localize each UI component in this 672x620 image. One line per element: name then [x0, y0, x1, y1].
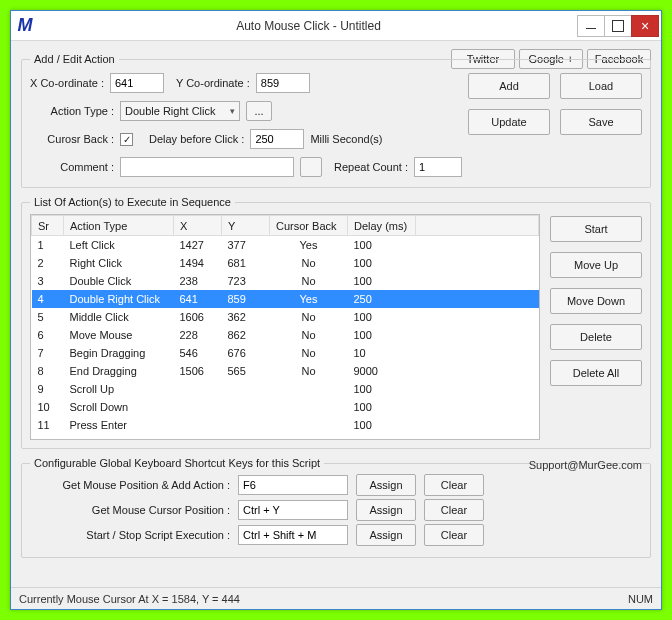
cell-sr: 10 [32, 398, 64, 416]
table-row[interactable]: 1Left Click1427377Yes100 [32, 236, 539, 254]
comment-aux-button[interactable] [300, 157, 322, 177]
col-cursor-back[interactable]: Cursor Back [270, 216, 348, 236]
cell-type: Move Mouse [64, 326, 174, 344]
cell-type: Scroll Up [64, 380, 174, 398]
move-up-button[interactable]: Move Up [550, 252, 642, 278]
cell-sr: 6 [32, 326, 64, 344]
cell-y: 723 [222, 272, 270, 290]
shortcut3-assign[interactable]: Assign [356, 524, 416, 546]
cell-type: End Dragging [64, 362, 174, 380]
table-row[interactable]: 8End Dragging1506565No9000 [32, 362, 539, 380]
cell-y: 565 [222, 362, 270, 380]
delete-all-button[interactable]: Delete All [550, 360, 642, 386]
shortcuts-legend: Configurable Global Keyboard Shortcut Ke… [30, 457, 324, 469]
cell-type: Right Click [64, 254, 174, 272]
shortcuts-group: Configurable Global Keyboard Shortcut Ke… [21, 457, 651, 558]
cell-type: Double Click [64, 272, 174, 290]
action-list-table[interactable]: Sr Action Type X Y Cursor Back Delay (ms… [30, 214, 540, 440]
cell-cb: Yes [270, 236, 348, 254]
start-button[interactable]: Start [550, 216, 642, 242]
load-button[interactable]: Load [560, 73, 642, 99]
table-row[interactable]: 9Scroll Up100 [32, 380, 539, 398]
delay-input[interactable] [250, 129, 304, 149]
cell-x [174, 380, 222, 398]
col-delay[interactable]: Delay (ms) [348, 216, 416, 236]
comment-input[interactable] [120, 157, 294, 177]
cell-cb: No [270, 326, 348, 344]
table-row[interactable]: 10Scroll Down100 [32, 398, 539, 416]
cell-y: 862 [222, 326, 270, 344]
col-y[interactable]: Y [222, 216, 270, 236]
action-type-select[interactable]: Double Right Click [120, 101, 240, 121]
x-coord-input[interactable] [110, 73, 164, 93]
cell-x: 1494 [174, 254, 222, 272]
repeat-count-input[interactable] [414, 157, 462, 177]
table-row[interactable]: 6Move Mouse228862No100 [32, 326, 539, 344]
cell-sr: 5 [32, 308, 64, 326]
cell-type: Scroll Down [64, 398, 174, 416]
cell-delay: 10 [348, 344, 416, 362]
cell-type: Double Right Click [64, 290, 174, 308]
titlebar[interactable]: M Auto Mouse Click - Untitled × [11, 11, 661, 41]
table-row[interactable]: 3Double Click238723No100 [32, 272, 539, 290]
table-row[interactable]: 11Press Enter100 [32, 416, 539, 434]
update-button[interactable]: Update [468, 109, 550, 135]
table-header-row[interactable]: Sr Action Type X Y Cursor Back Delay (ms… [32, 216, 539, 236]
shortcut1-clear[interactable]: Clear [424, 474, 484, 496]
save-button[interactable]: Save [560, 109, 642, 135]
cell-y [222, 398, 270, 416]
close-button[interactable]: × [631, 15, 659, 37]
cell-y: 859 [222, 290, 270, 308]
action-type-more-button[interactable]: ... [246, 101, 272, 121]
cell-y: 377 [222, 236, 270, 254]
delete-button[interactable]: Delete [550, 324, 642, 350]
status-bar: Currently Mouse Cursor At X = 1584, Y = … [11, 587, 661, 609]
table-row[interactable]: 5Middle Click1606362No100 [32, 308, 539, 326]
shortcut3-input[interactable] [238, 525, 348, 545]
table-row[interactable]: 7Begin Dragging546676No10 [32, 344, 539, 362]
cell-cb [270, 416, 348, 434]
col-sr[interactable]: Sr [32, 216, 64, 236]
numlock-indicator: NUM [628, 593, 653, 605]
cell-y: 681 [222, 254, 270, 272]
repeat-count-label: Repeat Count : [334, 161, 408, 173]
shortcut1-label: Get Mouse Position & Add Action : [30, 479, 230, 491]
shortcut1-assign[interactable]: Assign [356, 474, 416, 496]
app-icon: M [11, 15, 39, 36]
cell-delay: 100 [348, 380, 416, 398]
col-extra[interactable] [416, 216, 539, 236]
maximize-button[interactable] [604, 15, 632, 37]
cell-type: Press Enter [64, 416, 174, 434]
shortcut2-input[interactable] [238, 500, 348, 520]
move-down-button[interactable]: Move Down [550, 288, 642, 314]
cell-type: Middle Click [64, 308, 174, 326]
cursor-back-label: Curosr Back : [30, 133, 114, 145]
y-coord-label: Y Co-ordinate : [176, 77, 250, 89]
shortcut2-assign[interactable]: Assign [356, 499, 416, 521]
table-row[interactable]: 4Double Right Click641859Yes250 [32, 290, 539, 308]
cell-sr: 3 [32, 272, 64, 290]
cell-y [222, 416, 270, 434]
window-title: Auto Mouse Click - Untitled [39, 19, 578, 33]
y-coord-input[interactable] [256, 73, 310, 93]
cell-sr: 8 [32, 362, 64, 380]
add-button[interactable]: Add [468, 73, 550, 99]
cell-sr: 7 [32, 344, 64, 362]
minimize-button[interactable] [577, 15, 605, 37]
col-type[interactable]: Action Type [64, 216, 174, 236]
cell-sr: 2 [32, 254, 64, 272]
table-row[interactable]: 2Right Click1494681No100 [32, 254, 539, 272]
cell-y: 362 [222, 308, 270, 326]
edit-legend: Add / Edit Action [30, 53, 119, 65]
col-x[interactable]: X [174, 216, 222, 236]
shortcut1-input[interactable] [238, 475, 348, 495]
cursor-back-checkbox[interactable]: ✓ [120, 133, 133, 146]
cell-type: Begin Dragging [64, 344, 174, 362]
cell-cb: No [270, 308, 348, 326]
cell-cb: No [270, 362, 348, 380]
shortcut2-clear[interactable]: Clear [424, 499, 484, 521]
cell-delay: 100 [348, 326, 416, 344]
shortcut3-clear[interactable]: Clear [424, 524, 484, 546]
cell-delay: 100 [348, 254, 416, 272]
cell-y [222, 380, 270, 398]
